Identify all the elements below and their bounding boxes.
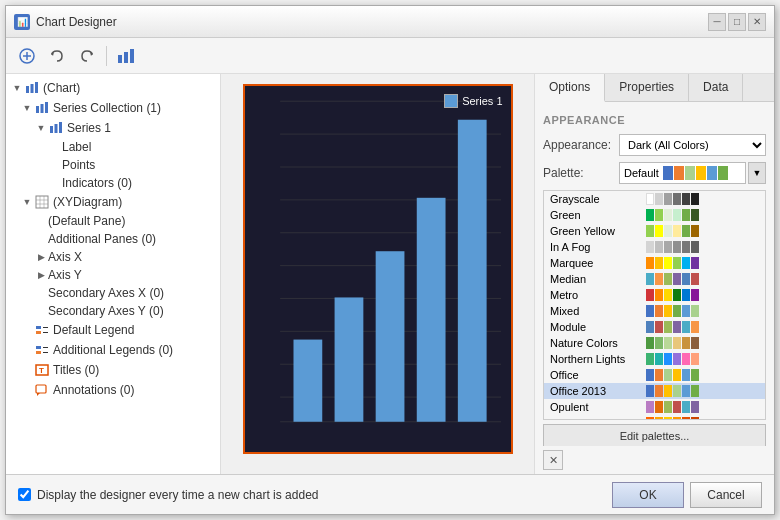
palette-row-median[interactable]: Median [544, 271, 765, 287]
tree-label-points: Points [62, 158, 95, 172]
tree-item-secondary-axes-x[interactable]: Secondary Axes X (0) [6, 284, 220, 302]
tree-item-points[interactable]: Points [6, 156, 220, 174]
palette-row-green[interactable]: Green [544, 207, 765, 223]
svg-rect-56 [293, 340, 322, 422]
maximize-button[interactable]: □ [728, 13, 746, 31]
tab-options[interactable]: Options [535, 74, 605, 102]
arrow-series-collection: ▼ [20, 101, 34, 115]
tree-label-series-collection: Series Collection (1) [53, 101, 161, 115]
tree-item-series-1[interactable]: ▼ Series 1 [6, 118, 220, 138]
palette-row-grayscale[interactable]: Grayscale [544, 191, 765, 207]
tree-item-default-pane[interactable]: (Default Pane) [6, 212, 220, 230]
arrow-annotations [20, 383, 34, 397]
palette-dropdown-button[interactable]: ▼ [748, 162, 766, 184]
grayscale-swatches [646, 193, 699, 205]
edit-palettes-button[interactable]: Edit palettes... [543, 424, 766, 446]
palette-row-orange[interactable]: Orange [544, 415, 765, 419]
palette-row-opulent[interactable]: Opulent [544, 399, 765, 415]
panel-content: APPEARANCE Appearance: Dark (All Colors)… [535, 102, 774, 446]
palette-row-green-yellow[interactable]: Green Yellow [544, 223, 765, 239]
additional-legends-icon [34, 342, 50, 358]
tree-item-axis-y[interactable]: ▶ Axis Y [6, 266, 220, 284]
xydiagram-icon [34, 194, 50, 210]
module-swatches [646, 321, 699, 333]
swatch-3 [685, 166, 695, 180]
tree-item-chart[interactable]: ▼ (Chart) [6, 78, 220, 98]
main-content: ▼ (Chart) ▼ Series Collection (1) ▼ [6, 74, 774, 474]
tree-item-xydiagram[interactable]: ▼ (XYDiagram) [6, 192, 220, 212]
tree-label-xydiagram: (XYDiagram) [53, 195, 122, 209]
tree-label-additional-legends: Additional Legends (0) [53, 343, 173, 357]
arrow-axis-y: ▶ [34, 268, 48, 282]
palette-row-northern-lights[interactable]: Northern Lights [544, 351, 765, 367]
redo-button[interactable] [74, 43, 100, 69]
add-button[interactable] [14, 43, 40, 69]
tree-label-secondary-axes-x: Secondary Axes X (0) [48, 286, 164, 300]
svg-rect-7 [130, 49, 134, 63]
checkbox-row: Display the designer every time a new ch… [18, 488, 318, 502]
svg-rect-61 [457, 120, 486, 422]
palette-row-office-2013[interactable]: Office 2013 [544, 383, 765, 399]
swatch-5 [707, 166, 717, 180]
swatch-4 [696, 166, 706, 180]
arrow-series-1: ▼ [34, 121, 48, 135]
palette-row-module[interactable]: Module [544, 319, 765, 335]
display-designer-checkbox[interactable] [18, 488, 31, 501]
swatch-6 [718, 166, 728, 180]
tab-data[interactable]: Data [689, 74, 743, 101]
palette-row-marquee[interactable]: Marquee [544, 255, 765, 271]
chart-icon [24, 80, 40, 96]
close-button[interactable]: ✕ [748, 13, 766, 31]
palette-row-metro[interactable]: Metro [544, 287, 765, 303]
tree-item-titles[interactable]: T Titles (0) [6, 360, 220, 380]
chart-legend-label: Series 1 [462, 95, 502, 107]
palette-swatches-preview [663, 166, 728, 180]
ok-button[interactable]: OK [612, 482, 684, 508]
tree-panel: ▼ (Chart) ▼ Series Collection (1) ▼ [6, 74, 221, 474]
arrow-xydiagram: ▼ [20, 195, 34, 209]
svg-rect-22 [36, 326, 41, 329]
tree-item-additional-legends[interactable]: Additional Legends (0) [6, 340, 220, 360]
tree-item-indicators[interactable]: Indicators (0) [6, 174, 220, 192]
palette-row-mixed[interactable]: Mixed [544, 303, 765, 319]
series-1-icon [48, 120, 64, 136]
in-a-fog-swatches [646, 241, 699, 253]
chart-wizard-button[interactable] [113, 43, 139, 69]
palette-row-nature-colors[interactable]: Nature Colors [544, 335, 765, 351]
legend-color-swatch [444, 94, 458, 108]
chart-legend: Series 1 [444, 94, 502, 108]
annotations-icon [34, 382, 50, 398]
svg-rect-23 [36, 331, 41, 334]
tab-properties[interactable]: Properties [605, 74, 689, 101]
minimize-button[interactable]: ─ [708, 13, 726, 31]
arrow-secondary-x [34, 286, 48, 300]
chart-svg: 10 9 8 7 6 5 4 3 2 1 0 [275, 96, 501, 427]
title-left: 📊 Chart Designer [14, 14, 117, 30]
toolbar [6, 38, 774, 74]
undo-button[interactable] [44, 43, 70, 69]
palette-row-in-a-fog[interactable]: In A Fog [544, 239, 765, 255]
tree-item-label[interactable]: Label [6, 138, 220, 156]
window-icon: 📊 [14, 14, 30, 30]
palette-value-display[interactable]: Default [619, 162, 746, 184]
default-legend-icon [34, 322, 50, 338]
tree-item-additional-panes[interactable]: Additional Panes (0) [6, 230, 220, 248]
cancel-button[interactable]: Cancel [690, 482, 762, 508]
palette-row-office[interactable]: Office [544, 367, 765, 383]
swatch-1 [663, 166, 673, 180]
palette-label: Palette: [543, 166, 613, 180]
tree-item-series-collection[interactable]: ▼ Series Collection (1) [6, 98, 220, 118]
tree-item-axis-x[interactable]: ▶ Axis X [6, 248, 220, 266]
panel-close-button[interactable]: ✕ [543, 450, 563, 470]
tree-item-default-legend[interactable]: Default Legend [6, 320, 220, 340]
orange-swatches [646, 417, 699, 419]
tree-label-chart: (Chart) [43, 81, 80, 95]
tree-item-annotations[interactable]: Annotations (0) [6, 380, 220, 400]
bottom-bar: Display the designer every time a new ch… [6, 474, 774, 514]
tree-label-axis-y: Axis Y [48, 268, 82, 282]
tree-item-secondary-axes-y[interactable]: Secondary Axes Y (0) [6, 302, 220, 320]
appearance-select[interactable]: Dark (All Colors) [619, 134, 766, 156]
close-x-area: ✕ [535, 446, 774, 474]
chart-area: Series 1 10 9 8 7 6 5 4 3 2 1 [221, 74, 534, 474]
palette-list-container: Grayscale Green [543, 190, 766, 420]
